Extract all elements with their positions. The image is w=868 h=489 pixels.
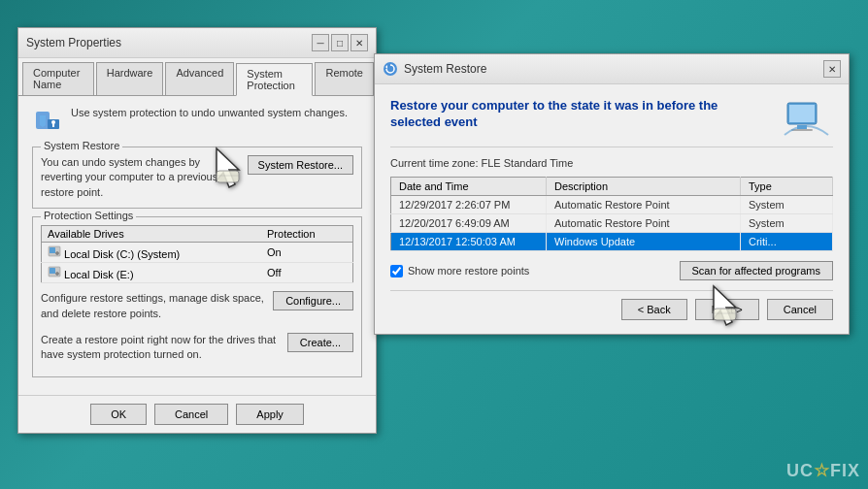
system-restore-text: You can undo system changes by reverting… bbox=[41, 155, 240, 200]
system-restore-section: System Restore You can undo system chang… bbox=[32, 147, 362, 209]
minimize-button[interactable]: ─ bbox=[312, 34, 329, 51]
drives-table: Available Drives Protection Local Disk ( bbox=[41, 225, 353, 283]
svg-point-7 bbox=[56, 252, 59, 255]
shield-icon bbox=[32, 106, 63, 137]
system-props-content: Use system protection to undo unwanted s… bbox=[18, 96, 376, 395]
create-button[interactable]: Create... bbox=[287, 333, 353, 352]
ok-button[interactable]: OK bbox=[90, 404, 147, 425]
svg-rect-6 bbox=[50, 247, 55, 253]
system-properties-title: System Properties bbox=[26, 36, 121, 49]
table-row-selected[interactable]: 12/13/2017 12:50:03 AM Windows Update Cr… bbox=[391, 233, 833, 251]
drive-icon bbox=[48, 244, 61, 258]
protection-settings-label: Protection Settings bbox=[41, 210, 136, 221]
drive-name-1: Local Disk (C:) (System) bbox=[42, 243, 262, 263]
table-row: Local Disk (C:) (System) On bbox=[42, 243, 353, 263]
rp-desc-1: Automatic Restore Point bbox=[547, 196, 741, 214]
svg-rect-4 bbox=[52, 123, 54, 127]
sr-window-title: System Restore bbox=[404, 62, 486, 76]
sr-footer: < Back Next > Cancel bbox=[390, 290, 833, 320]
svg-point-11 bbox=[384, 62, 397, 76]
tabs-row: Computer Name Hardware Advanced System P… bbox=[18, 58, 376, 96]
sr-titlebar-controls: ✕ bbox=[823, 60, 841, 78]
computer-icon bbox=[780, 98, 833, 147]
rp-date-2: 12/20/2017 6:49:09 AM bbox=[391, 214, 547, 233]
rp-type-3: Criti... bbox=[741, 233, 833, 251]
content-description-row: Use system protection to undo unwanted s… bbox=[32, 106, 362, 137]
drive-icon-2 bbox=[48, 265, 61, 278]
system-properties-window: System Properties ─ □ ✕ Computer Name Ha… bbox=[17, 27, 377, 434]
scan-button[interactable]: Scan for affected programs bbox=[680, 261, 833, 280]
table-row[interactable]: 12/29/2017 2:26:07 PM Automatic Restore … bbox=[391, 196, 833, 214]
show-more-label: Show more restore points bbox=[408, 265, 529, 277]
tab-system-protection[interactable]: System Protection bbox=[236, 63, 313, 96]
show-more-checkbox[interactable] bbox=[390, 265, 403, 277]
tab-computer-name[interactable]: Computer Name bbox=[22, 62, 94, 95]
timezone-label: Current time zone: FLE Standard Time bbox=[390, 157, 833, 169]
tab-remote[interactable]: Remote bbox=[315, 62, 374, 95]
drives-col-header: Available Drives bbox=[42, 226, 262, 243]
sr-title-left: System Restore bbox=[383, 61, 486, 77]
sr-content: Restore your computer to the state it wa… bbox=[375, 84, 849, 334]
maximize-button[interactable]: □ bbox=[331, 34, 349, 51]
configure-description: Configure restore settings, manage disk … bbox=[41, 291, 265, 321]
system-restore-row: You can undo system changes by reverting… bbox=[41, 155, 353, 200]
sr-heading: Restore your computer to the state it wa… bbox=[390, 98, 759, 131]
protection-settings-section: Protection Settings Available Drives Pro… bbox=[32, 216, 362, 377]
restore-points-table[interactable]: Date and Time Description Type 12/29/201… bbox=[390, 177, 833, 251]
rp-desc-2: Automatic Restore Point bbox=[547, 214, 741, 233]
table-row: Local Disk (E:) Off bbox=[42, 263, 353, 283]
system-restore-window: System Restore ✕ Restore your computer t… bbox=[374, 53, 850, 335]
tab-advanced[interactable]: Advanced bbox=[165, 62, 234, 95]
table-row[interactable]: 12/20/2017 6:49:09 AM Automatic Restore … bbox=[391, 214, 833, 233]
desc-col-header: Description bbox=[547, 178, 741, 196]
show-more-checkbox-label[interactable]: Show more restore points bbox=[390, 265, 529, 277]
system-restore-label: System Restore bbox=[41, 140, 122, 151]
next-button[interactable]: Next > bbox=[695, 299, 759, 320]
rp-type-2: System bbox=[741, 214, 833, 233]
drive-protection-2: Off bbox=[261, 263, 352, 283]
date-col-header: Date and Time bbox=[391, 178, 547, 196]
sr-close-button[interactable]: ✕ bbox=[823, 60, 841, 78]
sr-cancel-button[interactable]: Cancel bbox=[767, 299, 833, 320]
configure-button[interactable]: Configure... bbox=[273, 291, 353, 310]
svg-marker-1 bbox=[40, 115, 46, 127]
close-button[interactable]: ✕ bbox=[351, 34, 368, 51]
tab-hardware[interactable]: Hardware bbox=[96, 62, 164, 95]
rp-date-1: 12/29/2017 2:26:07 PM bbox=[391, 196, 547, 214]
description-text: Use system protection to undo unwanted s… bbox=[71, 106, 348, 120]
back-button[interactable]: < Back bbox=[621, 299, 687, 320]
sr-bottom-row: Show more restore points Scan for affect… bbox=[390, 261, 833, 280]
system-restore-icon bbox=[383, 61, 398, 77]
watermark: UC☆FIX bbox=[786, 460, 860, 481]
titlebar-controls: ─ □ ✕ bbox=[312, 34, 368, 51]
drive-protection-1: On bbox=[261, 243, 352, 263]
apply-button[interactable]: Apply bbox=[236, 404, 304, 425]
system-properties-titlebar: System Properties ─ □ ✕ bbox=[18, 28, 376, 58]
drive-name-2: Local Disk (E:) bbox=[42, 263, 262, 283]
system-restore-button[interactable]: System Restore... bbox=[248, 155, 353, 175]
svg-rect-14 bbox=[789, 105, 815, 122]
svg-point-10 bbox=[56, 273, 59, 276]
rp-date-3: 12/13/2017 12:50:03 AM bbox=[391, 233, 547, 251]
svg-rect-9 bbox=[50, 268, 55, 274]
rp-desc-3: Windows Update bbox=[547, 233, 741, 251]
protection-col-header: Protection bbox=[261, 226, 352, 243]
rp-type-1: System bbox=[741, 196, 833, 214]
cancel-button[interactable]: Cancel bbox=[154, 404, 228, 425]
create-description: Create a restore point right now for the… bbox=[41, 333, 280, 363]
system-props-footer: OK Cancel Apply bbox=[18, 395, 376, 433]
type-col-header: Type bbox=[741, 178, 833, 196]
divider bbox=[390, 147, 833, 147]
system-restore-titlebar: System Restore ✕ bbox=[375, 54, 849, 84]
